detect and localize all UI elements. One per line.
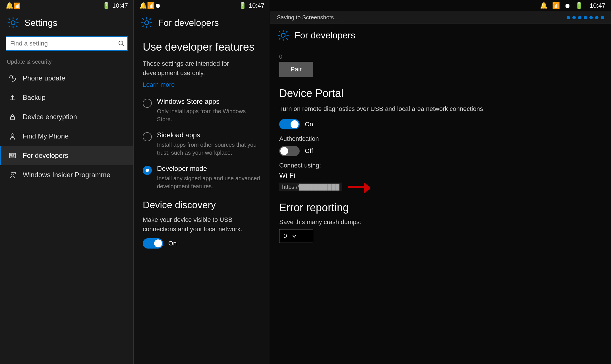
settings-panel: 🔔 📶 🔋 10:47 Settings Update & security bbox=[0, 0, 134, 364]
radio-label-developer-mode: Developer mode bbox=[157, 165, 261, 173]
phone-update-icon bbox=[8, 74, 17, 83]
device-discovery-toggle-row: On bbox=[143, 238, 261, 249]
radio-sublabel-developer-mode: Install any signed app and use advanced … bbox=[157, 174, 261, 190]
mid-header-title: For developers bbox=[158, 18, 219, 28]
radio-text-sideload: Sideload apps Install apps from other so… bbox=[157, 131, 261, 157]
right-panel: 🔔 📶 ⏺ 🔋 10:47 Saving to Screenshots... F… bbox=[270, 0, 611, 364]
wifi-label: Wi-Fi bbox=[279, 171, 602, 179]
radio-text-developer-mode: Developer mode Install any signed app an… bbox=[157, 165, 261, 190]
nav-item-device-encryption[interactable]: Device encryption bbox=[0, 107, 133, 127]
search-button[interactable] bbox=[115, 36, 128, 51]
nav-list: Phone update Backup Device encryption bbox=[0, 69, 133, 185]
status-bar-left: 🔔 📶 🔋 10:47 bbox=[0, 0, 134, 11]
nav-label-for-developers: For developers bbox=[23, 152, 68, 160]
dev-features-title: Use developer features bbox=[143, 41, 261, 53]
radio-developer-mode[interactable]: Developer mode Install any signed app an… bbox=[143, 165, 261, 190]
record-icon-mid: ⏺ bbox=[155, 2, 161, 9]
radio-sideload[interactable]: Sideload apps Install apps from other so… bbox=[143, 131, 261, 157]
dot-7 bbox=[601, 16, 604, 19]
svg-rect-12 bbox=[11, 156, 15, 157]
device-discovery-title: Device discovery bbox=[143, 199, 261, 210]
learn-more-link[interactable]: Learn more bbox=[143, 81, 175, 88]
arrow-head bbox=[364, 182, 371, 194]
portal-toggle[interactable] bbox=[279, 119, 300, 129]
crash-dumps-select[interactable]: 0 bbox=[279, 229, 313, 243]
svg-point-14 bbox=[14, 172, 16, 174]
device-portal-title: Device Portal bbox=[279, 87, 602, 100]
saving-bar: Saving to Screenshots... bbox=[270, 11, 611, 24]
connect-using-label: Connect using: bbox=[279, 162, 602, 169]
wifi-icon-left: 📶 bbox=[13, 2, 20, 9]
saving-label: Saving to Screenshots... bbox=[277, 14, 339, 21]
portal-toggle-label: On bbox=[305, 121, 313, 128]
radio-windows-store[interactable]: Windows Store apps Only install apps fro… bbox=[143, 98, 261, 123]
red-arrow-indicator bbox=[348, 181, 371, 193]
nav-item-find-my-phone[interactable]: Find My Phone bbox=[0, 127, 133, 146]
notification-icon-mid: 🔔 bbox=[139, 2, 147, 9]
portal-toggle-row: On bbox=[279, 119, 602, 129]
windows-insider-icon bbox=[8, 170, 17, 179]
nav-label-windows-insider: Windows Insider Programme bbox=[23, 171, 110, 179]
svg-rect-10 bbox=[13, 154, 15, 155]
section-label: Update & security bbox=[0, 56, 133, 69]
device-discovery-desc: Make your device visible to USB connecti… bbox=[143, 215, 261, 234]
portal-toggle-thumb bbox=[291, 120, 299, 128]
dot-6 bbox=[595, 16, 598, 19]
small-number: 0 bbox=[279, 53, 602, 60]
mid-content: Use developer features These settings ar… bbox=[134, 34, 270, 364]
toggle-thumb-discovery bbox=[154, 239, 162, 247]
nav-item-for-developers[interactable]: For developers bbox=[0, 146, 133, 165]
for-developers-panel: 🔔 📶 ⏺ 🔋 10:47 For developers Use develop… bbox=[134, 0, 270, 364]
auth-toggle-row: Off bbox=[279, 146, 602, 156]
time-mid: 10:47 bbox=[249, 2, 264, 9]
nav-item-phone-update[interactable]: Phone update bbox=[0, 69, 133, 88]
device-discovery-toggle[interactable] bbox=[143, 238, 163, 249]
backup-icon bbox=[8, 93, 17, 102]
battery-icon-left: 🔋 bbox=[102, 2, 110, 9]
auth-toggle-label: Off bbox=[305, 147, 313, 155]
battery-icon-right: 🔋 bbox=[575, 2, 583, 9]
svg-point-15 bbox=[145, 21, 149, 25]
nav-label-backup: Backup bbox=[23, 94, 45, 102]
nav-label-phone-update: Phone update bbox=[23, 74, 65, 82]
radio-text-windows-store: Windows Store apps Only install apps fro… bbox=[157, 98, 261, 123]
svg-point-0 bbox=[11, 21, 15, 25]
radio-circle-developer-mode bbox=[143, 166, 152, 175]
dots-row bbox=[567, 16, 604, 19]
radio-sublabel-sideload: Install apps from other sources that you… bbox=[157, 141, 261, 157]
nav-item-windows-insider[interactable]: Windows Insider Programme bbox=[0, 165, 133, 185]
notification-icon-left: 🔔 bbox=[6, 2, 13, 9]
radio-label-sideload: Sideload apps bbox=[157, 131, 261, 139]
crash-dumps-label: Save this many crash dumps: bbox=[279, 218, 602, 226]
lock-icon bbox=[8, 112, 17, 121]
svg-point-7 bbox=[11, 134, 14, 136]
svg-line-2 bbox=[122, 44, 124, 46]
settings-header: Settings bbox=[0, 11, 133, 34]
time-right: 10:47 bbox=[590, 2, 605, 9]
right-content: 0 Pair Device Portal Turn on remote diag… bbox=[270, 47, 611, 250]
search-container bbox=[6, 36, 128, 51]
battery-icon-mid: 🔋 bbox=[239, 2, 247, 9]
mid-gear-icon bbox=[140, 16, 153, 29]
pair-button[interactable]: Pair bbox=[279, 62, 313, 77]
notification-icon-right: 🔔 bbox=[540, 2, 548, 9]
radio-label-windows-store: Windows Store apps bbox=[157, 98, 261, 106]
device-portal-desc: Turn on remote diagnostics over USB and … bbox=[279, 104, 602, 113]
dot-3 bbox=[578, 16, 581, 19]
auth-toggle[interactable] bbox=[279, 146, 300, 156]
right-header: For developers bbox=[270, 24, 611, 47]
auth-toggle-thumb bbox=[280, 147, 288, 155]
search-input[interactable] bbox=[6, 36, 128, 51]
wifi-icon-right: 📶 bbox=[552, 2, 560, 9]
right-gear-icon bbox=[277, 29, 289, 42]
record-icon-right: ⏺ bbox=[564, 2, 571, 9]
nav-label-find-my-phone: Find My Phone bbox=[23, 132, 69, 140]
dot-5 bbox=[589, 16, 593, 19]
svg-rect-6 bbox=[11, 117, 15, 120]
device-discovery-toggle-label: On bbox=[168, 240, 177, 247]
radio-circle-windows-store bbox=[143, 99, 152, 108]
settings-title: Settings bbox=[24, 18, 57, 28]
radio-sublabel-windows-store: Only install apps from the Windows Store… bbox=[157, 107, 261, 123]
radio-circle-sideload bbox=[143, 132, 152, 141]
nav-item-backup[interactable]: Backup bbox=[0, 88, 133, 107]
